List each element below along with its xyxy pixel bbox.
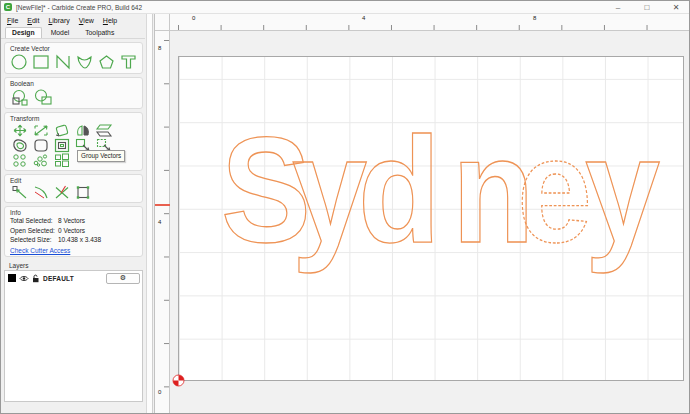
menu-file[interactable]: File [7,17,18,24]
scale-icon [32,123,50,138]
section-edit: Edit [4,174,143,203]
node-edit-icon [11,185,29,200]
minimize-button[interactable]: – [613,4,623,12]
nested-offset-icon [53,138,71,153]
info-label: Open Selected: [10,227,58,234]
menu-view[interactable]: View [79,17,94,24]
info-value: 8 Vectors [58,217,85,224]
text-icon [119,54,138,70]
boolean-union-icon [10,89,31,106]
close-vector-button[interactable] [73,185,92,200]
section-title: Boolean [10,80,138,87]
app-window: C [NewFile]* - Carbide Create PRO, Build… [0,0,690,414]
transform-offset-button[interactable] [10,138,29,153]
transform-rotate-button[interactable] [52,123,71,138]
section-title: Edit [10,177,138,184]
section-create-vector: Create Vector [4,42,143,74]
group-vectors-tooltip: Group Vectors [77,150,125,162]
section-transform: Transform [4,112,143,171]
info-open-selected: Open Selected: 0 Vectors [10,227,138,234]
rectangle-icon [32,54,51,70]
origin-marker-icon [172,374,185,387]
layer-color-swatch[interactable] [8,274,16,282]
scatter-button[interactable] [31,153,50,168]
menu-edit[interactable]: Edit [27,17,39,24]
ruler-cursor-marker [155,204,170,206]
ruler-label: 0 [158,389,161,395]
boolean-subtract-icon [33,89,54,106]
transform-flip-button[interactable] [73,123,92,138]
ruler-vertical: 8 4 0 [155,31,170,413]
title-bar: C [NewFile]* - Carbide Create PRO, Build… [1,1,689,14]
maximize-button[interactable]: □ [642,4,652,12]
circular-array-button[interactable] [10,153,29,168]
window-controls: – □ ✕ [613,1,685,14]
close-button[interactable]: ✕ [671,4,681,12]
polygon-icon [97,54,116,70]
info-label: Selected Size: [10,236,58,243]
create-polyline-button[interactable] [53,53,73,71]
menu-library[interactable]: Library [48,17,69,24]
curve-edit-button[interactable] [31,185,50,200]
section-info: Info Total Selected: 8 Vectors Open Sele… [4,206,143,257]
create-rectangle-button[interactable] [32,53,52,71]
scatter-icon [32,153,50,168]
tab-design[interactable]: Design [5,27,42,38]
curve-edit-icon [32,185,50,200]
section-title: Transform [10,115,138,122]
info-total-selected: Total Selected: 8 Vectors [10,217,138,224]
info-value: 0 Vectors [58,227,85,234]
round-corners-icon [32,138,50,153]
transform-nested-offset-button[interactable] [52,138,71,153]
boolean-union-button[interactable] [10,88,31,106]
mode-tabs: Design Model Toolpaths [1,27,145,39]
section-layers: Layers [4,260,143,269]
sidebar-scrollbar[interactable] [146,14,153,413]
layers-panel: DEFAULT ⚙ [4,270,143,402]
rotate-icon [53,123,71,138]
linear-array-icon [53,153,71,168]
curve-icon [75,54,94,70]
close-vector-icon [74,185,92,200]
polyline-icon [54,54,73,70]
transform-skew-button[interactable] [94,123,113,138]
linear-array-button[interactable] [52,153,71,168]
boolean-subtract-button[interactable] [33,88,54,106]
tab-model[interactable]: Model [44,27,77,38]
design-canvas[interactable]: 0 4 8 8 4 0 S y d n e y [154,14,689,413]
layer-unlock-icon[interactable] [32,274,40,283]
offset-icon [11,138,29,153]
info-selected-size: Selected Size: 10.438 x 3.438 [10,236,138,243]
stock-area[interactable] [178,56,684,381]
transform-move-button[interactable] [10,123,29,138]
layer-row[interactable]: DEFAULT ⚙ [5,271,142,286]
section-title: Layers [9,262,139,269]
ruler-label: 8 [533,15,536,21]
node-edit-button[interactable] [10,185,29,200]
ruler-label: 0 [192,15,195,21]
create-polygon-button[interactable] [97,53,117,71]
create-circle-button[interactable] [10,53,30,71]
ruler-corner [155,14,170,31]
layer-visibility-eye-icon[interactable] [19,275,29,282]
ruler-label: 4 [158,219,161,225]
layer-settings-button[interactable]: ⚙ [106,273,140,284]
check-cutter-access-link[interactable]: Check Cutter Access [10,247,70,254]
ruler-label: 4 [362,15,365,21]
create-curve-button[interactable] [75,53,95,71]
app-logo-icon: C [4,3,12,11]
skew-icon [95,123,113,138]
section-boolean: Boolean [4,77,143,109]
trim-vectors-button[interactable] [52,185,71,200]
info-label: Total Selected: [10,217,58,224]
info-value: 10.438 x 3.438 [58,236,101,243]
flip-icon [74,123,92,138]
window-title: [NewFile]* - Carbide Create PRO, Build 6… [16,4,142,11]
tab-toolpaths[interactable]: Toolpaths [78,27,121,38]
section-title: Create Vector [10,45,138,52]
transform-round-corners-button[interactable] [31,138,50,153]
create-text-button[interactable] [118,53,138,71]
menu-help[interactable]: Help [103,17,117,24]
transform-scale-button[interactable] [31,123,50,138]
circular-array-icon [11,153,29,168]
